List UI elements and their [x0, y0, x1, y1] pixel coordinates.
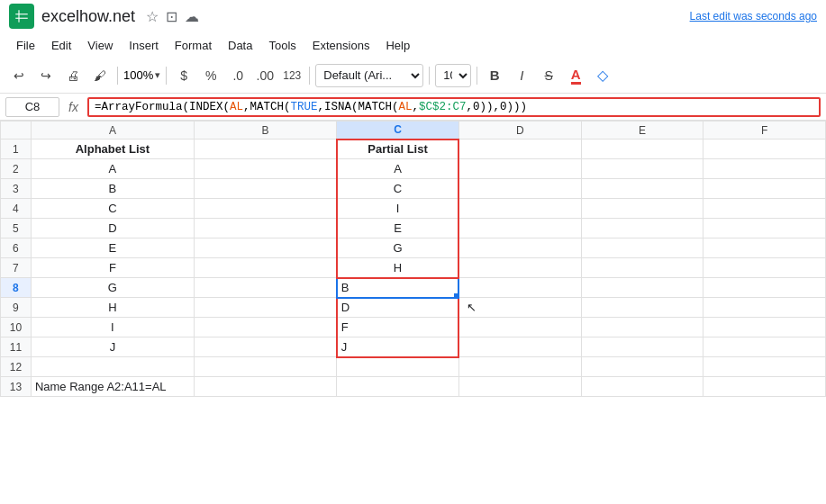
zoom-dropdown-icon[interactable]: ▾: [155, 69, 160, 81]
undo-button[interactable]: ↩: [7, 64, 31, 87]
cell-b9[interactable]: [194, 298, 336, 318]
cell-d9[interactable]: ↖: [458, 298, 581, 318]
menu-data[interactable]: Data: [221, 37, 259, 54]
cell-b11[interactable]: [194, 338, 336, 357]
cell-e5[interactable]: [581, 219, 703, 238]
menu-view[interactable]: View: [80, 37, 120, 54]
cell-c4[interactable]: I: [337, 199, 459, 219]
col-header-e[interactable]: E: [581, 122, 703, 140]
formula-bar-input[interactable]: =ArrayFormula(INDEX(AL,MATCH(TRUE,ISNA(M…: [87, 97, 821, 117]
cell-a13[interactable]: Name Range A2:A11=AL: [31, 377, 194, 397]
cell-f9[interactable]: [703, 298, 826, 318]
cell-a9[interactable]: H: [31, 298, 194, 318]
cloud-icon[interactable]: ☁: [185, 8, 199, 25]
cell-b13[interactable]: [194, 377, 336, 397]
cell-a10[interactable]: I: [31, 318, 194, 338]
cell-e12[interactable]: [581, 357, 703, 377]
fill-color-button[interactable]: ◇: [591, 64, 614, 87]
cell-f5[interactable]: [703, 219, 826, 238]
cell-c11[interactable]: J: [337, 338, 459, 357]
col-header-b[interactable]: B: [194, 122, 336, 140]
cell-e9[interactable]: [581, 298, 703, 318]
menu-tools[interactable]: Tools: [261, 37, 303, 54]
cell-c1[interactable]: Partial List: [337, 140, 459, 159]
cell-a2[interactable]: A: [31, 159, 194, 179]
cell-d12[interactable]: [458, 357, 581, 377]
cell-f3[interactable]: [703, 179, 826, 199]
cell-b5[interactable]: [194, 219, 336, 238]
cell-b8[interactable]: [194, 278, 336, 298]
cell-c10[interactable]: F: [337, 318, 459, 338]
cell-b4[interactable]: [194, 199, 336, 219]
cell-c13[interactable]: [337, 377, 459, 397]
cell-a7[interactable]: F: [31, 258, 194, 278]
cell-f1[interactable]: [703, 140, 826, 159]
cell-e6[interactable]: [581, 238, 703, 258]
cell-d13[interactable]: [458, 377, 581, 397]
col-header-f[interactable]: F: [703, 122, 826, 140]
decimal0-button[interactable]: .0: [226, 64, 250, 87]
paint-format-button[interactable]: 🖌: [88, 64, 112, 87]
cell-c3[interactable]: C: [337, 179, 459, 199]
percent-button[interactable]: %: [199, 64, 222, 87]
cell-d8[interactable]: [458, 278, 581, 298]
cell-reference-input[interactable]: [5, 97, 59, 117]
menu-file[interactable]: File: [9, 37, 42, 54]
strikethrough-button[interactable]: S: [537, 64, 560, 87]
cell-d10[interactable]: [458, 318, 581, 338]
cell-c12[interactable]: [337, 357, 459, 377]
cell-e4[interactable]: [581, 199, 703, 219]
cell-c2[interactable]: A: [337, 159, 459, 179]
cell-e2[interactable]: [581, 159, 703, 179]
cell-b10[interactable]: [194, 318, 336, 338]
menu-help[interactable]: Help: [378, 37, 417, 54]
cell-b12[interactable]: [194, 357, 336, 377]
cell-c8[interactable]: B: [337, 278, 459, 298]
cell-b6[interactable]: [194, 238, 336, 258]
cell-f6[interactable]: [703, 238, 826, 258]
cell-e7[interactable]: [581, 258, 703, 278]
font-color-button[interactable]: A: [564, 64, 587, 87]
cell-a3[interactable]: B: [31, 179, 194, 199]
cell-d3[interactable]: [458, 179, 581, 199]
cell-f4[interactable]: [703, 199, 826, 219]
cell-a11[interactable]: J: [31, 338, 194, 357]
cell-d7[interactable]: [458, 258, 581, 278]
cell-c7[interactable]: H: [337, 258, 459, 278]
cell-f2[interactable]: [703, 159, 826, 179]
menu-insert[interactable]: Insert: [122, 37, 166, 54]
italic-button[interactable]: I: [510, 64, 533, 87]
cell-d1[interactable]: [458, 140, 581, 159]
cell-f8[interactable]: [703, 278, 826, 298]
cell-c6[interactable]: G: [337, 238, 459, 258]
col-header-d[interactable]: D: [458, 122, 581, 140]
cell-a4[interactable]: C: [31, 199, 194, 219]
cell-c9[interactable]: D: [337, 298, 459, 318]
col-header-c[interactable]: C: [337, 122, 459, 140]
cell-e13[interactable]: [581, 377, 703, 397]
cell-d5[interactable]: [458, 219, 581, 238]
cell-e11[interactable]: [581, 338, 703, 357]
cell-f7[interactable]: [703, 258, 826, 278]
cell-d11[interactable]: [458, 338, 581, 357]
cell-f10[interactable]: [703, 318, 826, 338]
cell-b2[interactable]: [194, 159, 336, 179]
cell-e3[interactable]: [581, 179, 703, 199]
cell-a12[interactable]: [31, 357, 194, 377]
grid-icon[interactable]: ⊡: [166, 8, 177, 25]
format-num-button[interactable]: 123: [280, 64, 304, 87]
print-button[interactable]: 🖨: [61, 64, 85, 87]
cell-e10[interactable]: [581, 318, 703, 338]
cell-e8[interactable]: [581, 278, 703, 298]
decimal00-button[interactable]: .00: [253, 64, 277, 87]
col-header-a[interactable]: A: [31, 122, 194, 140]
bold-button[interactable]: B: [483, 64, 506, 87]
zoom-control[interactable]: 100% ▾: [123, 68, 160, 82]
font-family-select[interactable]: Default (Ari...: [315, 64, 423, 87]
cell-a5[interactable]: D: [31, 219, 194, 238]
menu-edit[interactable]: Edit: [44, 37, 78, 54]
cell-f12[interactable]: [703, 357, 826, 377]
cell-d6[interactable]: [458, 238, 581, 258]
cell-c5[interactable]: E: [337, 219, 459, 238]
cell-b3[interactable]: [194, 179, 336, 199]
